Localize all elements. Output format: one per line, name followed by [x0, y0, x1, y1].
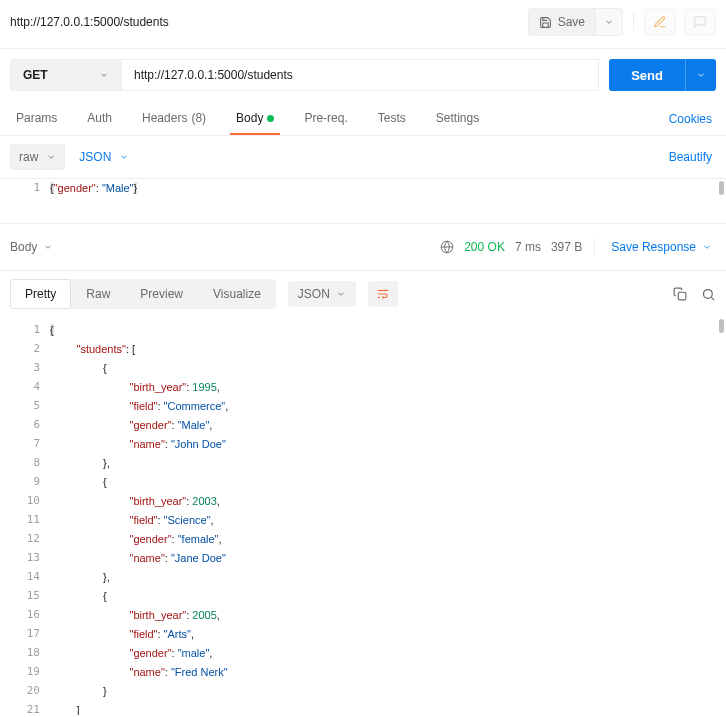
- chevron-down-icon: [43, 242, 53, 252]
- line-number: 4: [0, 378, 50, 397]
- code-line: "name": "John Doe": [50, 435, 226, 454]
- code-line: "gender": "male",: [50, 644, 212, 663]
- tab-auth[interactable]: Auth: [81, 103, 118, 135]
- save-label: Save: [558, 15, 585, 29]
- line-number: 20: [0, 682, 50, 701]
- view-pretty[interactable]: Pretty: [10, 279, 71, 309]
- copy-icon: [673, 287, 687, 301]
- code-line: "name": "Fred Nerk": [50, 663, 228, 682]
- line-number: 3: [0, 359, 50, 378]
- code-line: "field": "Commerce",: [50, 397, 228, 416]
- scrollbar-thumb[interactable]: [719, 181, 724, 195]
- response-section-selector[interactable]: Body: [10, 240, 53, 254]
- line-number: 1: [0, 179, 50, 198]
- request-body-code[interactable]: {"gender": "Male"}: [50, 179, 137, 198]
- body-format-selector[interactable]: JSON: [79, 150, 129, 164]
- copy-button[interactable]: [673, 287, 687, 301]
- code-line: "name": "Jane Doe": [50, 549, 226, 568]
- view-raw[interactable]: Raw: [71, 279, 125, 309]
- line-number: 16: [0, 606, 50, 625]
- line-number: 7: [0, 435, 50, 454]
- comment-icon: [693, 15, 707, 29]
- request-tab-title: http://127.0.0.1:5000/students: [10, 11, 520, 33]
- code-line: },: [50, 568, 110, 587]
- response-body-editor[interactable]: 1{2 "students": [3 {4 "birth_year": 1995…: [0, 317, 726, 715]
- chevron-down-icon: [702, 242, 712, 252]
- save-button[interactable]: Save: [528, 8, 595, 36]
- divider: [594, 238, 595, 256]
- tab-tests[interactable]: Tests: [372, 103, 412, 135]
- line-number: 17: [0, 625, 50, 644]
- response-time: 7 ms: [515, 240, 541, 254]
- chevron-down-icon: [119, 152, 129, 162]
- response-format-selector[interactable]: JSON: [288, 281, 356, 307]
- save-dropdown[interactable]: [595, 8, 623, 36]
- save-response-label: Save Response: [611, 240, 696, 254]
- send-button[interactable]: Send: [609, 59, 685, 91]
- tab-settings[interactable]: Settings: [430, 103, 485, 135]
- code-line: "birth_year": 2003,: [50, 492, 220, 511]
- line-number: 21: [0, 701, 50, 715]
- scrollbar-thumb[interactable]: [719, 319, 724, 333]
- code-line: }: [50, 682, 107, 701]
- body-mode-selector[interactable]: raw: [10, 144, 65, 170]
- body-mode-value: raw: [19, 150, 38, 164]
- chevron-down-icon: [46, 152, 56, 162]
- save-button-group[interactable]: Save: [528, 8, 623, 36]
- request-body-editor[interactable]: 1 {"gender": "Male"}: [0, 179, 726, 223]
- chevron-down-icon: [696, 70, 706, 80]
- tab-headers-count: (8): [191, 111, 206, 125]
- tab-prereq[interactable]: Pre-req.: [298, 103, 353, 135]
- tab-body[interactable]: Body: [230, 103, 280, 135]
- url-input[interactable]: [122, 59, 599, 91]
- code-line: {: [50, 587, 107, 606]
- code-line: "birth_year": 2005,: [50, 606, 220, 625]
- method-selector[interactable]: GET: [10, 59, 122, 91]
- code-line: ]: [50, 701, 80, 715]
- status-code: 200 OK: [464, 240, 505, 254]
- save-response-link[interactable]: Save Response: [607, 232, 716, 262]
- code-line: },: [50, 454, 110, 473]
- line-number: 12: [0, 530, 50, 549]
- response-format-value: JSON: [298, 287, 330, 301]
- view-preview[interactable]: Preview: [125, 279, 198, 309]
- edit-icon-button[interactable]: [644, 8, 676, 36]
- response-size: 397 B: [551, 240, 582, 254]
- beautify-link[interactable]: Beautify: [665, 142, 716, 172]
- code-line: "field": "Science",: [50, 511, 214, 530]
- code-line: {: [50, 359, 107, 378]
- pencil-icon: [653, 15, 667, 29]
- chevron-down-icon: [99, 70, 109, 80]
- search-button[interactable]: [701, 287, 716, 302]
- view-visualize[interactable]: Visualize: [198, 279, 276, 309]
- line-number: 14: [0, 568, 50, 587]
- code-line: "birth_year": 1995,: [50, 378, 220, 397]
- tab-body-label: Body: [236, 111, 263, 125]
- line-number: 11: [0, 511, 50, 530]
- svg-line-6: [711, 297, 714, 300]
- code-line: {: [50, 321, 54, 340]
- line-number: 9: [0, 473, 50, 492]
- code-line: "students": [: [50, 340, 135, 359]
- response-section-label: Body: [10, 240, 37, 254]
- line-number: 19: [0, 663, 50, 682]
- globe-icon: [440, 240, 454, 254]
- comment-icon-button[interactable]: [684, 8, 716, 36]
- tab-headers[interactable]: Headers (8): [136, 103, 212, 135]
- code-line: "field": "Arts",: [50, 625, 194, 644]
- line-number: 18: [0, 644, 50, 663]
- chevron-down-icon: [336, 289, 346, 299]
- svg-rect-4: [678, 292, 686, 300]
- tab-params[interactable]: Params: [10, 103, 63, 135]
- send-dropdown[interactable]: [685, 59, 716, 91]
- line-number: 8: [0, 454, 50, 473]
- body-format-value: JSON: [79, 150, 111, 164]
- save-icon: [539, 16, 552, 29]
- line-number: 13: [0, 549, 50, 568]
- unsaved-dot-icon: [267, 115, 274, 122]
- wrap-icon: [376, 287, 390, 301]
- svg-point-5: [704, 289, 713, 298]
- wrap-lines-button[interactable]: [368, 281, 398, 307]
- cookies-link[interactable]: Cookies: [665, 104, 716, 134]
- divider: [633, 13, 634, 31]
